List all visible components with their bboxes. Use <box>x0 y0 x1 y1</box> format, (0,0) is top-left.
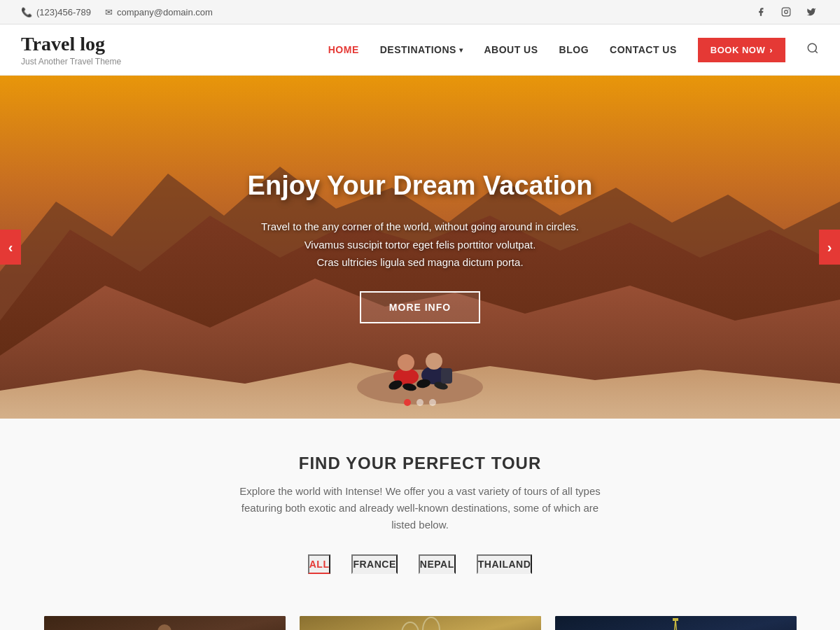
arrow-left-icon: ‹ <box>8 239 13 255</box>
top-bar-contacts: 📞 (123)456-789 ✉ company@domain.com <box>21 7 213 18</box>
slider-next-button[interactable]: › <box>819 230 840 265</box>
email-address: company@domain.com <box>117 7 213 18</box>
facebook-icon[interactable] <box>753 4 769 20</box>
tour-card-3[interactable] <box>555 616 797 630</box>
site-title: Travel log <box>21 33 121 55</box>
svg-point-3 <box>808 43 816 52</box>
logo[interactable]: Travel log Just Another Travel Theme <box>21 33 121 66</box>
svg-point-1 <box>785 10 788 14</box>
hero-title: Enjoy Your Dream Vacation <box>248 171 593 201</box>
book-now-button[interactable]: BOOK NOW › <box>698 38 785 62</box>
nav-destinations[interactable]: DESTINATIONS ▾ <box>380 44 463 55</box>
tour-card-1[interactable] <box>44 616 286 630</box>
arrow-right-icon: › <box>827 239 832 255</box>
find-tour-description: Explore the world with Intense! We offer… <box>234 483 606 533</box>
email-icon: ✉ <box>105 7 113 18</box>
top-bar: 📞 (123)456-789 ✉ company@domain.com <box>0 0 840 24</box>
tour-card-2[interactable] <box>300 616 541 630</box>
nav-home[interactable]: HOME <box>328 44 359 55</box>
site-tagline: Just Another Travel Theme <box>21 57 121 66</box>
site-header: Travel log Just Another Travel Theme HOM… <box>0 24 840 76</box>
filter-all[interactable]: ALL <box>308 554 331 574</box>
more-info-button[interactable]: MORE INFO <box>360 291 480 323</box>
slider-dot-1[interactable] <box>404 399 411 406</box>
slider-dots <box>404 399 436 406</box>
email-contact: ✉ company@domain.com <box>105 7 213 18</box>
twitter-icon[interactable] <box>804 4 819 20</box>
slider-dot-3[interactable] <box>429 399 436 406</box>
hero-content: Enjoy Your Dream Vacation Travel to the … <box>0 76 840 419</box>
filter-france[interactable]: FRANCE <box>351 554 397 574</box>
hero-description: Travel to the any corner of the world, w… <box>261 218 579 272</box>
slider-dot-2[interactable] <box>416 399 424 406</box>
nav-blog[interactable]: BLOG <box>559 44 589 55</box>
chevron-down-icon: ▾ <box>459 46 463 54</box>
svg-rect-24 <box>300 616 541 630</box>
filter-thailand[interactable]: THAILAND <box>477 554 533 574</box>
svg-point-2 <box>788 9 789 10</box>
svg-line-4 <box>815 50 817 52</box>
phone-number: (123)456-789 <box>36 7 91 18</box>
find-tour-section: FIND YOUR PERFECT TOUR Explore the world… <box>0 419 840 616</box>
filter-nepal[interactable]: NEPAL <box>419 554 456 574</box>
phone-icon: 📞 <box>21 7 32 18</box>
arrow-right-icon: › <box>769 45 773 55</box>
nav-contact[interactable]: CONTACT US <box>610 44 677 55</box>
slider-prev-button[interactable]: ‹ <box>0 230 21 265</box>
search-button[interactable] <box>806 42 819 58</box>
find-tour-title: FIND YOUR PERFECT TOUR <box>21 454 819 473</box>
nav-about[interactable]: ABOUT US <box>484 44 538 55</box>
svg-rect-33 <box>673 618 678 621</box>
tour-filter-tabs: ALL FRANCE NEPAL THAILAND <box>21 554 819 574</box>
tour-cards-container <box>0 616 840 630</box>
hero-slider: Enjoy Your Dream Vacation Travel to the … <box>0 76 840 419</box>
main-nav: HOME DESTINATIONS ▾ ABOUT US BLOG CONTAC… <box>328 38 819 62</box>
instagram-icon[interactable] <box>778 4 794 20</box>
svg-rect-0 <box>782 8 790 16</box>
social-icons <box>753 4 819 20</box>
phone-contact: 📞 (123)456-789 <box>21 7 91 18</box>
